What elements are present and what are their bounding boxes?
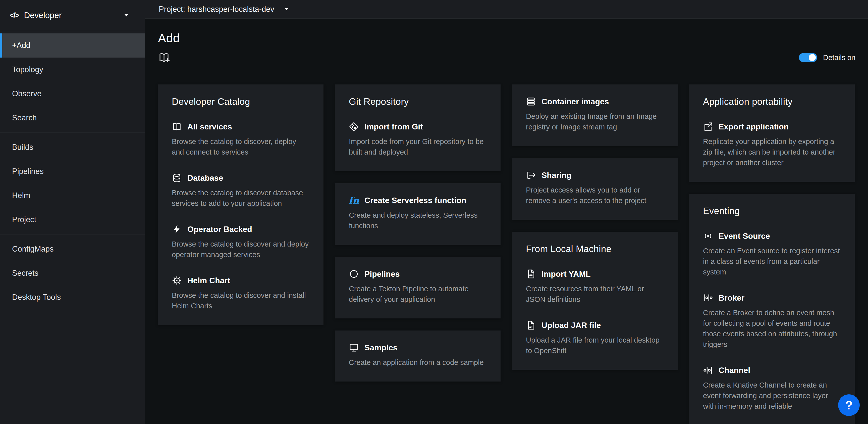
card-pipelines: Pipelines Create a Tekton Pipeline to au… (335, 257, 501, 318)
details-toggle[interactable] (799, 53, 817, 62)
tile-desc: Browse the catalog to discover database … (172, 188, 310, 208)
tile-desc: Create resources from their YAML or JSON… (526, 283, 664, 305)
pipelines-icon (349, 269, 359, 279)
card-title: Eventing (703, 206, 841, 217)
sidebar-item-topology[interactable]: Topology (0, 58, 145, 82)
sidebar-item-label: +Add (12, 41, 30, 50)
tile-container-images-link[interactable]: Container images (526, 96, 664, 107)
catalog-icon (172, 122, 182, 132)
toggle-knob (809, 54, 816, 61)
tile-pipelines-link[interactable]: Pipelines (349, 269, 487, 279)
tile-export-application: Export application Replicate your applic… (703, 122, 841, 168)
tile-desc: Import code from your Git repository to … (349, 136, 487, 157)
sidebar-item-pipelines[interactable]: Pipelines (0, 159, 145, 183)
tile-import-yaml: Import YAML Create resources from their … (526, 269, 664, 305)
project-bar: Project: harshcasper-localsta-dev (145, 0, 868, 19)
sidebar-item-helm[interactable]: Helm (0, 183, 145, 207)
project-selector-label: Project: harshcasper-localsta-dev (159, 5, 274, 14)
help-button[interactable]: ? (838, 394, 860, 416)
sidebar-item-configmaps[interactable]: ConfigMaps (0, 237, 145, 261)
tile-broker: Broker Create a Broker to define an even… (703, 293, 841, 349)
tile-title: Container images (541, 97, 609, 106)
card-serverless-function: fn Create Serverless function Create and… (335, 183, 501, 245)
sidebar-item-add[interactable]: +Add (0, 33, 145, 58)
sidebar-item-secrets[interactable]: Secrets (0, 261, 145, 285)
tile-import-from-git: Import from Git Import code from your Gi… (349, 122, 487, 157)
tile-desc: Project access allows you to add or remo… (526, 185, 664, 206)
tile-title: Import from Git (365, 122, 423, 132)
card-container-images: Container images Deploy an existing Imag… (512, 84, 678, 146)
container-images-icon (526, 96, 536, 107)
tile-title: Pipelines (365, 270, 400, 279)
sidebar-item-label: Search (12, 113, 37, 122)
project-selector[interactable]: Project: harshcasper-localsta-dev (159, 5, 289, 14)
tile-upload-jar-file-link[interactable]: Upload JAR file (526, 320, 664, 330)
tile-all-services: All services Browse the catalog to disco… (172, 122, 310, 157)
tile-channel-link[interactable]: Channel (703, 365, 841, 375)
tile-sharing-link[interactable]: Sharing (526, 170, 664, 180)
tile-event-source-link[interactable]: Event Source (703, 231, 841, 241)
tile-import-yaml-link[interactable]: Import YAML (526, 269, 664, 279)
tile-pipelines: Pipelines Create a Tekton Pipeline to au… (349, 269, 487, 305)
nav-group-main: +Add Topology Observe Search (0, 31, 145, 133)
tile-desc: Replicate your application by exporting … (703, 136, 841, 168)
tile-desc: Browse the catalog to discover and deplo… (172, 239, 310, 260)
sidebar-item-builds[interactable]: Builds (0, 135, 145, 159)
tile-all-services-link[interactable]: All services (172, 122, 310, 132)
tile-database-link[interactable]: Database (172, 173, 310, 183)
serverless-function-icon: fn (349, 195, 359, 205)
tile-samples-link[interactable]: Samples (349, 343, 487, 352)
perspective-label: Developer (24, 10, 62, 20)
sidebar-item-search[interactable]: Search (0, 106, 145, 130)
card-developer-catalog: Developer Catalog All services Br (158, 84, 323, 325)
card-title: Git Repository (349, 96, 487, 107)
tile-sharing: Sharing Project access allows you to add… (526, 170, 664, 206)
tile-title: Database (187, 173, 223, 183)
tile-samples: Samples Create an application from a cod… (349, 343, 487, 368)
card-samples: Samples Create an application from a cod… (335, 331, 501, 381)
tile-database: Database Browse the catalog to discover … (172, 173, 310, 208)
git-icon (349, 122, 359, 132)
book-plus-icon[interactable] (158, 52, 170, 64)
perspective-switcher[interactable]: </> Developer (0, 0, 145, 31)
tile-create-serverless-function-link[interactable]: fn Create Serverless function (349, 195, 487, 205)
nav-group-resources: Builds Pipelines Helm Project (0, 133, 145, 234)
event-source-icon (703, 231, 713, 241)
card-columns: Developer Catalog All services Br (158, 84, 856, 424)
sidebar-item-observe[interactable]: Observe (0, 82, 145, 106)
caret-down-icon (284, 6, 289, 12)
tile-operator-backed-link[interactable]: Operator Backed (172, 224, 310, 234)
import-yaml-icon (526, 269, 536, 279)
card-application-portability: Application portability (689, 84, 855, 182)
tile-broker-link[interactable]: Broker (703, 293, 841, 303)
sidebar-item-project[interactable]: Project (0, 207, 145, 232)
tile-title: All services (187, 122, 232, 132)
sidebar-item-desktop-tools[interactable]: Desktop Tools (0, 285, 145, 309)
tile-upload-jar-file: Upload JAR file Upload a JAR file from y… (526, 320, 664, 356)
page-title: Add (158, 31, 856, 45)
tile-desc: Create a Tekton Pipeline to automate del… (349, 283, 487, 305)
tile-title: Samples (365, 343, 398, 352)
tile-channel: Channel Create a Knative Channel to crea… (703, 365, 841, 412)
tile-desc: Create an Event source to register inter… (703, 246, 841, 277)
tile-desc: Create a Broker to define an event mesh … (703, 307, 841, 349)
upload-jar-icon (526, 320, 536, 330)
card-from-local-machine: From Local Machine I (512, 232, 678, 370)
caret-down-icon (123, 12, 129, 18)
tile-export-application-link[interactable]: Export application (703, 122, 841, 132)
tile-helm-chart-link[interactable]: Helm Chart (172, 276, 310, 285)
operator-backed-icon (172, 224, 182, 234)
tile-create-serverless-function: fn Create Serverless function Create and… (349, 195, 487, 231)
details-toggle-label: Details on (823, 54, 856, 62)
tile-desc: Create an application from a code sample (349, 357, 487, 368)
tile-import-from-git-link[interactable]: Import from Git (349, 122, 487, 132)
sidebar: </> Developer +Add Topology Observe Sear… (0, 0, 145, 424)
sidebar-item-label: Builds (12, 143, 33, 152)
sidebar-item-label: ConfigMaps (12, 245, 54, 254)
app-window: </> Developer +Add Topology Observe Sear… (0, 0, 868, 424)
sidebar-item-label: Project (12, 215, 36, 224)
page-header-row: Details on (158, 52, 856, 64)
export-application-icon (703, 122, 713, 132)
tile-title: Create Serverless function (365, 196, 466, 205)
sharing-icon (526, 170, 536, 180)
